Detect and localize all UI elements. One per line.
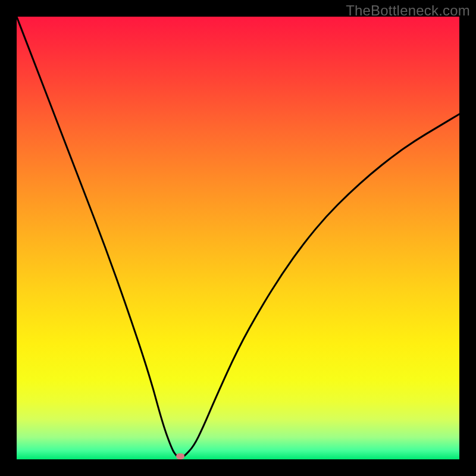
optimum-indicator: [176, 453, 184, 459]
chart-frame: TheBottleneck.com: [0, 0, 476, 476]
watermark-text: TheBottleneck.com: [346, 2, 470, 19]
plot-area: [17, 17, 459, 459]
curve-svg: [17, 17, 459, 459]
bottleneck-curve: [17, 17, 459, 458]
